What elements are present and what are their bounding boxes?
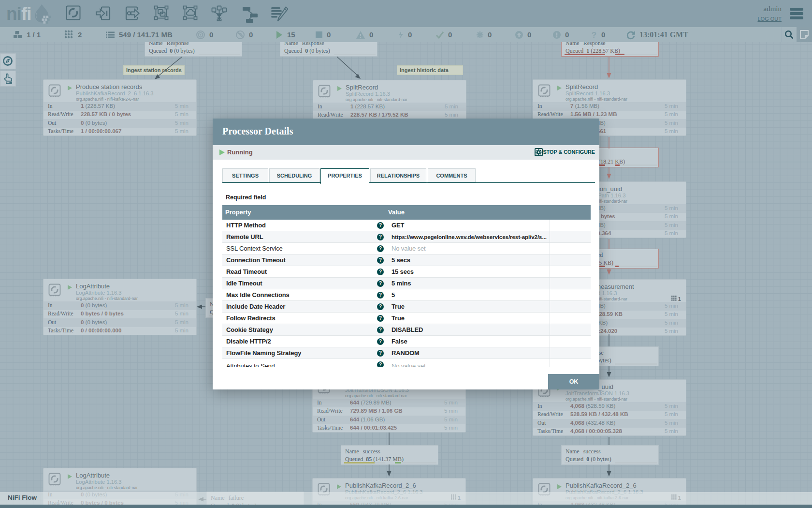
svg-text:?: ? [592,30,596,39]
